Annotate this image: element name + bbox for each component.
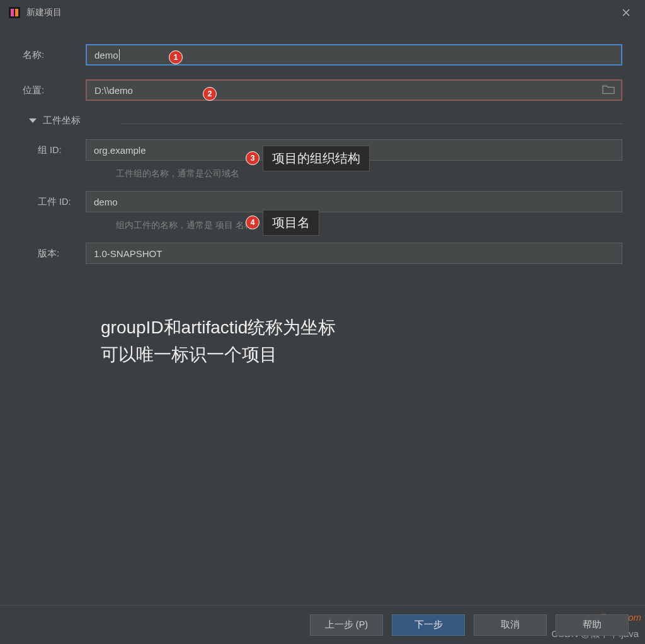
chevron-down-icon	[29, 118, 37, 123]
version-value: 1.0-SNAPSHOT	[94, 248, 162, 259]
group-id-label: 组 ID:	[38, 144, 86, 156]
location-input[interactable]: D:\\demo	[86, 79, 622, 101]
section-title: 工件坐标	[43, 115, 81, 127]
name-input[interactable]: demo	[86, 44, 622, 66]
version-label: 版本:	[38, 248, 86, 260]
note-line-1: groupID和artifactid统称为坐标	[101, 314, 336, 341]
dialog-content: 名称: demo 位置: D:\\demo 工件坐标 组 ID: org.exa…	[0, 25, 645, 264]
name-row: 名称: demo	[23, 44, 622, 66]
window-title: 新建项目	[26, 7, 62, 18]
titlebar: 新建项目	[0, 0, 645, 25]
artifact-id-label: 工件 ID:	[38, 196, 86, 208]
annotation-tooltip-4: 项目名	[263, 210, 319, 236]
divider	[120, 124, 622, 124]
cancel-button[interactable]: 取消	[474, 614, 547, 636]
annotation-tooltip-3: 项目的组织结构	[263, 146, 370, 171]
annotation-badge-3: 3	[246, 151, 260, 165]
annotation-badge-4: 4	[246, 216, 260, 229]
location-row: 位置: D:\\demo	[23, 79, 622, 101]
annotation-note: groupID和artifactid统称为坐标 可以唯一标识一个项目	[101, 314, 336, 369]
svg-rect-1	[11, 9, 14, 16]
app-icon	[9, 7, 20, 18]
browse-folder-icon[interactable]	[602, 84, 615, 96]
close-button[interactable]	[616, 3, 636, 23]
annotation-badge-1: 1	[169, 50, 183, 64]
artifact-coords-header[interactable]: 工件坐标	[29, 115, 622, 127]
name-label: 名称:	[23, 49, 86, 61]
artifact-id-input[interactable]: demo	[86, 191, 622, 212]
note-line-2: 可以唯一标识一个项目	[101, 341, 336, 368]
text-caret	[119, 49, 120, 60]
svg-rect-2	[15, 9, 18, 16]
group-id-value: org.example	[94, 145, 146, 156]
artifact-id-hint: 组内工件的名称，通常是 项目 名称	[116, 220, 622, 231]
version-row: 版本: 1.0-SNAPSHOT	[23, 243, 622, 264]
svg-rect-0	[9, 7, 20, 18]
previous-button[interactable]: 上一步 (P)	[310, 614, 383, 636]
version-input[interactable]: 1.0-SNAPSHOT	[86, 243, 622, 264]
next-button[interactable]: 下一步	[392, 614, 465, 636]
location-label: 位置:	[23, 84, 86, 96]
artifact-id-value: demo	[94, 197, 118, 207]
dialog-footer: 上一步 (P) 下一步 取消 帮助	[0, 605, 645, 644]
help-button[interactable]: 帮助	[556, 614, 629, 636]
annotation-badge-2: 2	[203, 87, 217, 101]
location-value: D:\\demo	[94, 85, 133, 96]
name-value: demo	[94, 50, 118, 60]
artifact-id-row: 工件 ID: demo	[23, 191, 622, 212]
